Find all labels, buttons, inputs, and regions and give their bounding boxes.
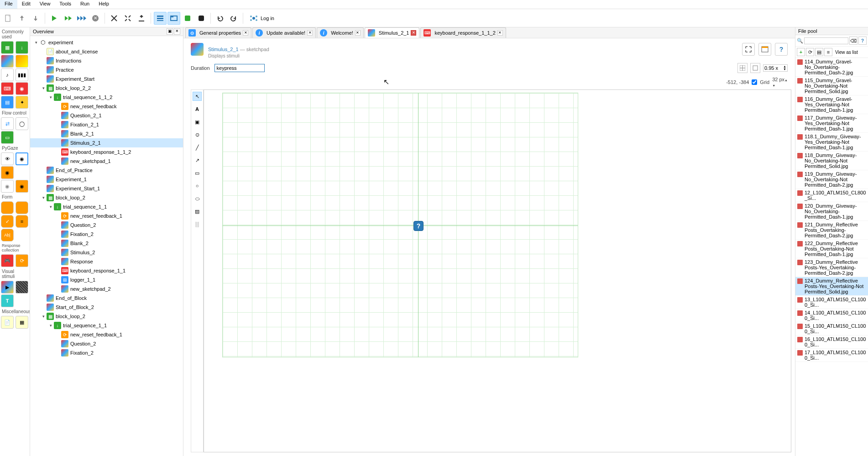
tree-item[interactable]: ▾↓trial_sequence_1_1 [30,202,183,211]
grid-toggle-button[interactable] [737,63,748,73]
tree-item[interactable]: ▸new_sketchpad_2 [30,284,183,294]
tree-twisty-icon[interactable]: ▾ [47,323,54,328]
tree-item[interactable]: ▾▦block_loop_2_2 [30,84,183,93]
tree-item[interactable]: ▾↓trial_sequence_1_1_2 [30,93,183,102]
overview-undock-button[interactable]: ▣ [167,28,173,35]
file-pool-viewmode-button[interactable]: ≡ [824,48,832,56]
kill-button[interactable] [108,12,120,25]
file-pool-item[interactable]: 15_L100_ATLM150_CL1000_Si... [795,322,868,335]
tool-video[interactable]: ▶ [1,281,14,294]
text-tool[interactable]: A [193,105,202,114]
file-pool-item[interactable]: 116_Dummy_Gravel-Yes_Overtaking-Not Perm… [795,95,868,114]
tool-text[interactable]: T [1,294,14,307]
menu-view[interactable]: View [35,0,55,9]
tool-pygaze-init[interactable]: 👁 [1,152,14,165]
tool-pygaze-wait[interactable]: ◉ [16,180,28,193]
select-view-button[interactable] [758,43,771,56]
tree-item[interactable]: ▸Question_2 [30,220,183,230]
file-pool-item[interactable]: 115_Dummy_Gravel-No_Overtaking-Not Permi… [795,77,868,95]
editor-tab[interactable]: iUpdate available!✕ [252,27,316,38]
tree-item[interactable]: ▾▦block_loop_2 [30,312,183,321]
tree-item[interactable]: ▸End_of_Block [30,294,183,303]
tree-item[interactable]: ▸End_of_Practice [30,166,183,175]
tree-twisty-icon[interactable]: ▾ [40,195,47,200]
tree-item[interactable]: ▸Fixation_2_1 [30,120,183,129]
file-pool-help-button[interactable]: ? [858,37,867,45]
zoom-spinner[interactable]: 0.95 x▲▼ [763,64,788,72]
grid-checkbox[interactable] [752,79,757,85]
file-pool-item[interactable]: 121_Dummy_Reflective Posts_Overtaking-Pe… [795,221,868,240]
stop-button[interactable]: ✕ [89,12,102,25]
file-pool-item[interactable]: 118.1_Dummy_Giveway-Yes_Overtaking-Not P… [795,133,868,152]
tool-mouse[interactable]: ◉ [16,82,28,95]
tree-item[interactable]: ▸Stimulus_2 [30,248,183,257]
file-pool-item[interactable]: 13_L100_ATLM150_CL1000_Si... [795,296,868,309]
grid-size-spinner[interactable]: 32 px▲▼ [772,77,788,88]
tool-repeat[interactable]: ◯ [16,117,28,130]
new-file-button[interactable] [2,12,15,25]
file-pool-item[interactable]: 118_Dummy_Giveway-No_Overtaking-Not Perm… [795,152,868,170]
upload-button[interactable] [16,12,28,25]
tree-item[interactable]: ▸Start_of_Block_2 [30,303,183,312]
file-pool-item[interactable]: 114_Dummy_Gravel-No_Overtaking-Permitted… [795,58,868,77]
tree-item[interactable]: ▸Question_2_1 [30,111,183,120]
tree-item[interactable]: ▸▤logger_1_1 [30,275,183,284]
menu-help[interactable]: Help [94,0,114,9]
ellipse-tool[interactable]: ⬭ [193,194,202,203]
file-pool-item[interactable]: 14_L100_ATLM150_CL1000_Si... [795,309,868,322]
file-pool-refresh-button[interactable]: ⟳ [806,48,814,56]
tool-form-consent[interactable] [16,201,28,214]
undo-button[interactable] [214,12,226,25]
tree-item[interactable]: ▾↓trial_sequence_1_1 [30,321,183,330]
file-pool-item[interactable]: 117_Dummy_Giveway-Yes_Overtaking-Not Per… [795,114,868,133]
tree-item[interactable]: ▸⌨keyboard_response_1_1_2 [30,147,183,157]
tree-item[interactable]: ▸Fixation_2 [30,348,183,357]
filepool-toggle[interactable] [167,12,180,25]
tree-item[interactable]: ▸⟳new_reset_feedback_1 [30,330,183,339]
file-pool-item[interactable]: 120_Dummy_Giveway-No_Overtaking-Permitte… [795,202,868,221]
file-pool-item[interactable]: 123_Dummy_Reflective Posts-Yes_Overtakin… [795,258,868,277]
duration-input[interactable] [214,64,265,72]
tab-close-button[interactable]: ✕ [411,30,416,36]
editor-tab[interactable]: ⊙General properties✕ [185,27,251,38]
file-pool-item[interactable]: 124_Dummy_Reflective Posts-Yes_Overtakin… [795,277,868,296]
tree-item[interactable]: ▸Blank_2_1 [30,129,183,138]
tree-twisty-icon[interactable]: ▾ [33,40,39,45]
file-pool-list[interactable]: 114_Dummy_Gravel-No_Overtaking-Permitted… [795,58,868,456]
arrow-tool[interactable]: ↗ [193,156,202,165]
sketchpad-canvas[interactable]: ? [204,89,791,452]
tool-loop[interactable]: ▦ [1,41,14,54]
tree-item[interactable]: ▸⟳new_reset_feedback_1 [30,211,183,220]
menu-run[interactable]: Run [76,0,94,9]
tool-joystick[interactable]: 🎮 [1,254,14,267]
file-pool-search[interactable] [804,37,848,44]
tool-form-text-display[interactable]: ≡ [16,215,28,228]
tool-logger[interactable]: ▤ [1,96,14,109]
overview-toggle[interactable] [154,12,167,25]
tree-twisty-icon[interactable]: ▾ [40,314,47,319]
tree-item[interactable]: ▸Response [30,257,183,266]
tree-twisty-icon[interactable]: ▾ [47,204,54,209]
tool-noise[interactable] [16,281,28,294]
tool-synth[interactable]: ▮▮▮ [16,68,28,81]
tool-form-base[interactable] [1,201,14,214]
missing-image-placeholder-icon[interactable]: ? [413,221,424,231]
tree-item[interactable]: ▸Instructions [30,56,183,65]
tab-close-button[interactable]: ✕ [355,30,361,36]
tool-pygaze-log[interactable]: ◉ [16,152,28,165]
variable-inspector-button[interactable] [181,12,194,25]
tree-item[interactable]: ▸⟳new_reset_feedback [30,102,183,111]
file-pool-item[interactable]: 119_Dummy_Giveway-No_Overtaking-Not Perm… [795,170,868,189]
tool-sequence[interactable]: ↓ [16,41,28,54]
gabor-tool[interactable]: ▨ [193,207,202,216]
login-button[interactable]: Log in [250,14,274,22]
tree-item[interactable]: ▸Practice [30,65,183,74]
tab-close-button[interactable]: ✕ [497,30,503,36]
tool-coroutines[interactable]: ⇄ [1,117,14,130]
rect-tool[interactable]: ▭ [193,168,202,178]
tool-inline-script[interactable]: ✦ [16,96,28,109]
editor-tab[interactable]: Stimulus_2_1✕ [365,27,420,38]
tool-form-mc[interactable]: ✓ [1,215,14,228]
tool-keyboard[interactable]: ⌨ [1,82,14,95]
file-pool-browse-button[interactable]: ▤ [815,48,823,56]
